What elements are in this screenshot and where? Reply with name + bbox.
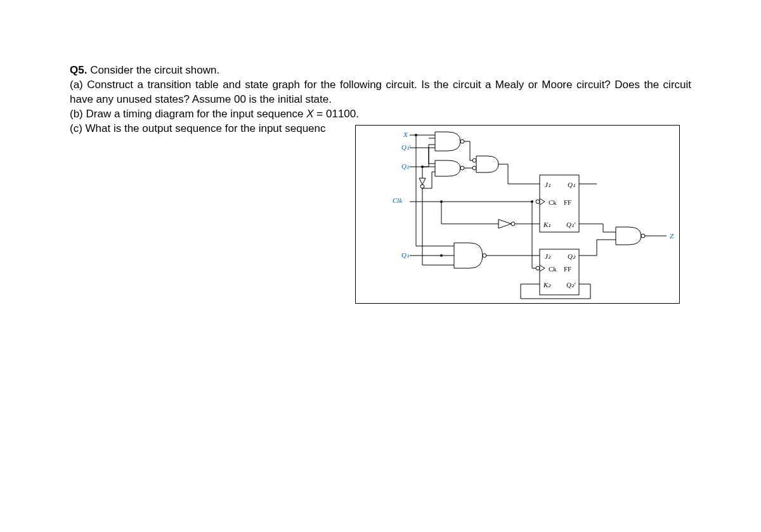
svg-point-40 bbox=[483, 254, 486, 257]
label-q1prime-out: Q₁′ bbox=[566, 221, 576, 228]
svg-point-36 bbox=[440, 200, 443, 203]
label-q2prime-out: Q₂′ bbox=[566, 281, 576, 289]
svg-point-13 bbox=[460, 139, 464, 143]
svg-point-30 bbox=[472, 166, 476, 170]
label-ck2: Ck bbox=[549, 265, 557, 273]
circuit-svg: X Q₁′ Q₂ Clk Q₁ bbox=[356, 126, 679, 303]
label-k2: K₂ bbox=[543, 281, 551, 289]
label-q1prime: Q₁′ bbox=[401, 143, 411, 151]
question-content: Q5. Consider the circuit shown. (a) Cons… bbox=[0, 0, 761, 136]
svg-point-29 bbox=[472, 159, 476, 162]
svg-point-61 bbox=[641, 234, 645, 238]
svg-point-39 bbox=[440, 254, 443, 257]
label-clk: Clk bbox=[393, 197, 403, 204]
svg-point-10 bbox=[420, 185, 424, 188]
label-q1: Q₁ bbox=[401, 251, 409, 259]
label-q2: Q₂ bbox=[401, 162, 410, 170]
part-c: (c) What is the output sequence for the … bbox=[70, 122, 326, 134]
svg-point-45 bbox=[536, 266, 540, 270]
part-a: (a) Construct a transition table and sta… bbox=[70, 79, 691, 105]
label-ff1: FF bbox=[564, 198, 571, 206]
svg-point-37 bbox=[511, 222, 515, 226]
label-z: Z bbox=[670, 232, 674, 240]
label-x: X bbox=[403, 131, 408, 138]
label-ck1: Ck bbox=[549, 198, 557, 206]
label-q2-out: Q₂ bbox=[568, 252, 576, 260]
part-b-prefix: (b) Draw a timing diagram for the input … bbox=[70, 108, 306, 120]
part-b-suffix: = 01100. bbox=[314, 108, 359, 120]
label-k1: K₁ bbox=[543, 221, 550, 228]
circuit-diagram: X Q₁′ Q₂ Clk Q₁ bbox=[355, 125, 680, 304]
label-j1: J₁ bbox=[545, 181, 550, 188]
svg-point-44 bbox=[536, 200, 540, 204]
question-number: Q5. bbox=[70, 64, 87, 76]
label-j2: J₂ bbox=[545, 252, 551, 260]
label-q1-out: Q₁ bbox=[568, 181, 575, 188]
question-intro: Consider the circuit shown. bbox=[90, 64, 219, 76]
label-ff2: FF bbox=[564, 265, 571, 273]
svg-point-43 bbox=[531, 200, 533, 203]
svg-point-19 bbox=[460, 166, 464, 170]
part-b-var: X bbox=[306, 108, 313, 120]
